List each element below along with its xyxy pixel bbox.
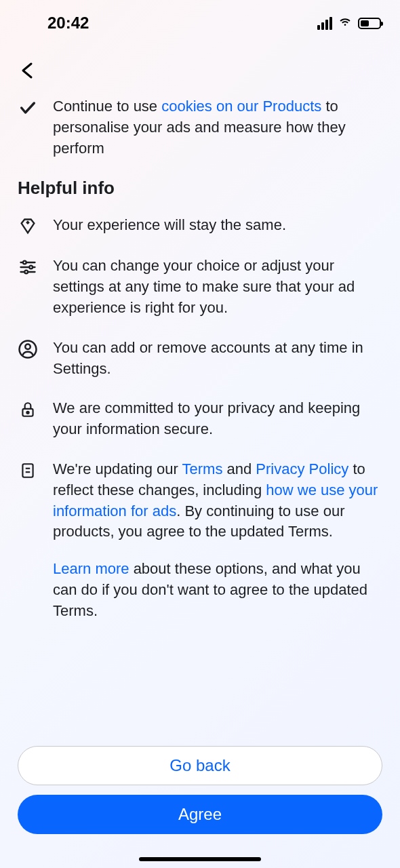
experience-text: Your experience will stay the same. [53,215,382,236]
svg-rect-10 [22,464,33,477]
go-back-button[interactable]: Go back [18,746,382,785]
svg-point-1 [23,261,26,264]
battery-icon [358,18,381,29]
privacy-policy-link[interactable]: Privacy Policy [256,460,348,477]
back-button[interactable] [0,41,400,96]
diamond-icon [18,216,38,237]
cookies-text: Continue to use cookies on our Products … [53,96,382,159]
sliders-icon [18,257,38,277]
svg-point-9 [26,412,28,414]
svg-point-5 [24,271,28,274]
settings-text: You can change your choice or adjust you… [53,256,382,318]
experience-item: Your experience will stay the same. [18,215,382,237]
agree-button[interactable]: Agree [18,795,382,834]
privacy-text: We are committed to your privacy and kee… [53,398,382,440]
home-indicator[interactable] [139,857,261,861]
cellular-signal-icon [317,17,332,30]
terms-link[interactable]: Terms [182,460,223,477]
settings-item: You can change your choice or adjust you… [18,256,382,318]
terms-item: We're updating our Terms and Privacy Pol… [18,459,382,622]
cookies-link[interactable]: cookies on our Products [161,98,321,115]
accounts-item: You can add or remove accounts at any ti… [18,338,382,380]
content-area: Continue to use cookies on our Products … [0,96,400,622]
privacy-item: We are committed to your privacy and kee… [18,398,382,440]
wifi-icon [338,14,353,32]
terms-text: We're updating our Terms and Privacy Pol… [53,459,382,622]
document-icon [18,460,38,481]
cookies-item: Continue to use cookies on our Products … [18,96,382,159]
person-circle-icon [18,339,38,359]
learn-more-link[interactable]: Learn more [53,560,129,577]
status-bar: 20:42 [0,0,400,41]
accounts-text: You can add or remove accounts at any ti… [53,338,382,380]
svg-point-7 [25,344,31,349]
buttons-container: Go back Agree [18,746,382,834]
helpful-info-heading: Helpful info [18,178,382,199]
status-time: 20:42 [47,14,89,33]
checkmark-icon [18,98,38,118]
svg-point-3 [29,266,33,269]
lock-icon [18,399,38,420]
status-icons [317,14,381,32]
